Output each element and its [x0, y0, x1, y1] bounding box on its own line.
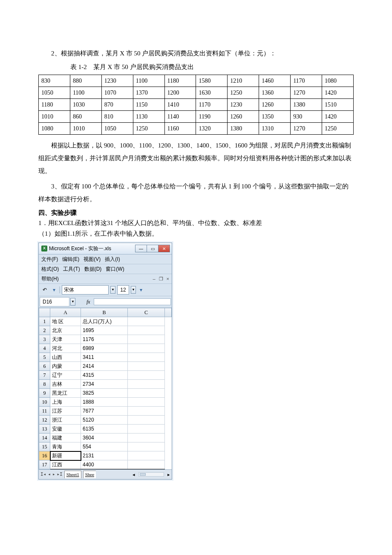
cell[interactable] — [128, 407, 165, 416]
tab-nav-first-icon[interactable]: I◂ — [40, 471, 46, 478]
doc-close-icon[interactable]: × — [167, 275, 169, 283]
cell[interactable]: 1888 — [81, 398, 128, 407]
cell[interactable] — [128, 335, 165, 344]
cell[interactable]: 554 — [81, 442, 128, 451]
cell[interactable] — [128, 416, 165, 425]
cell[interactable]: 2414 — [81, 362, 128, 371]
col-header-a[interactable]: A — [50, 308, 81, 317]
tab-nav-next-icon[interactable]: ▸ — [52, 471, 55, 478]
cell[interactable] — [128, 425, 165, 434]
row-header[interactable]: 9 — [39, 389, 50, 398]
cell[interactable] — [128, 371, 165, 380]
row-header[interactable]: 3 — [39, 335, 50, 344]
row-header[interactable]: 16 — [39, 451, 50, 460]
font-size-dropdown-icon[interactable]: ▼ — [131, 286, 136, 294]
cell[interactable]: 天津 — [50, 335, 81, 344]
cell[interactable]: 吉林 — [50, 380, 81, 389]
row-header[interactable]: 17 — [39, 460, 50, 469]
cell[interactable]: 新疆 — [50, 451, 81, 460]
cell[interactable]: 青海 — [50, 442, 81, 451]
vertical-scrollbar[interactable] — [165, 308, 172, 317]
cell[interactable]: 山西 — [50, 353, 81, 362]
cell[interactable] — [128, 344, 165, 353]
font-size-select[interactable]: 12 — [117, 285, 129, 295]
formula-bar[interactable] — [94, 298, 171, 305]
maximize-button[interactable]: ▭ — [147, 245, 159, 252]
sheet-tab-1[interactable]: Sheet1 — [64, 471, 81, 478]
cell[interactable]: 2734 — [81, 380, 128, 389]
cell[interactable]: 6135 — [81, 425, 128, 434]
row-header[interactable]: 10 — [39, 398, 50, 407]
cell[interactable]: 7677 — [81, 407, 128, 416]
cell[interactable]: 江西 — [50, 460, 81, 469]
cell[interactable] — [128, 434, 165, 442]
menu-insert[interactable]: 插入(I) — [105, 255, 120, 263]
row-header[interactable]: 8 — [39, 380, 50, 389]
name-box[interactable]: D16 — [40, 297, 69, 306]
cell[interactable]: 辽宁 — [50, 371, 81, 380]
tab-nav-last-icon[interactable]: ▸I — [57, 471, 63, 478]
menu-tools[interactable]: 工具(T) — [63, 265, 80, 273]
row-header[interactable]: 1 — [39, 317, 50, 326]
cell[interactable] — [128, 442, 165, 451]
cell[interactable] — [128, 389, 165, 398]
fx-label[interactable]: fx — [75, 298, 93, 306]
cell[interactable]: 河北 — [50, 344, 81, 353]
cell[interactable]: 4400 — [81, 460, 128, 469]
menu-format[interactable]: 格式(O) — [41, 265, 59, 273]
cell[interactable]: 3411 — [81, 353, 128, 362]
cell[interactable] — [128, 353, 165, 362]
doc-minimize-icon[interactable]: – — [153, 275, 155, 283]
cell[interactable]: 江苏 — [50, 407, 81, 416]
toolbar-options-icon[interactable]: ▾ — [51, 285, 58, 295]
cell[interactable]: 2131 — [81, 451, 128, 460]
sheet-tab-2[interactable]: Shee — [83, 471, 96, 478]
menu-window[interactable]: 窗口(W) — [106, 265, 124, 273]
worksheet-grid[interactable]: A B C 1地 区总人口(万人)2北京16953天津11764河北69895山… — [39, 308, 172, 469]
menu-help[interactable]: 帮助(H) — [41, 275, 153, 283]
menu-view[interactable]: 视图(V) — [84, 255, 101, 263]
cell[interactable]: 总人口(万人) — [81, 317, 128, 326]
minimize-button[interactable]: — — [135, 245, 147, 252]
cell[interactable] — [128, 451, 165, 460]
cell[interactable] — [128, 460, 165, 469]
row-header[interactable]: 11 — [39, 407, 50, 416]
cell[interactable]: 地 区 — [50, 317, 81, 326]
cell[interactable]: 浙江 — [50, 416, 81, 425]
row-header[interactable]: 14 — [39, 434, 50, 442]
cell[interactable]: 黑龙江 — [50, 389, 81, 398]
cell[interactable]: 北京 — [50, 326, 81, 335]
cell[interactable] — [128, 362, 165, 371]
hscroll-left-icon[interactable]: ◂ — [133, 471, 135, 478]
col-header-c[interactable]: C — [128, 308, 165, 317]
row-header[interactable]: 12 — [39, 416, 50, 425]
cell[interactable]: 上海 — [50, 398, 81, 407]
row-header[interactable]: 7 — [39, 371, 50, 380]
row-header[interactable]: 6 — [39, 362, 50, 371]
cell[interactable]: 安徽 — [50, 425, 81, 434]
cell[interactable]: 3604 — [81, 434, 128, 442]
font-name-select[interactable]: 宋体 — [62, 285, 109, 295]
row-header[interactable]: 5 — [39, 353, 50, 362]
col-header-b[interactable]: B — [81, 308, 128, 317]
toolbar-more-icon[interactable]: ▾ — [138, 285, 144, 295]
font-name-dropdown-icon[interactable]: ▼ — [110, 286, 115, 294]
cell[interactable]: 1176 — [81, 335, 128, 344]
tab-nav-prev-icon[interactable]: ◂ — [48, 471, 51, 478]
undo-icon[interactable]: ↶ — [40, 285, 49, 295]
cell[interactable] — [128, 326, 165, 335]
cell[interactable]: 6989 — [81, 344, 128, 353]
select-all-corner[interactable] — [39, 308, 50, 317]
cell[interactable]: 5120 — [81, 416, 128, 425]
doc-restore-icon[interactable]: ❐ — [159, 275, 163, 283]
menu-file[interactable]: 文件(F) — [41, 255, 58, 263]
name-box-dropdown-icon[interactable]: ▼ — [70, 298, 75, 306]
row-header[interactable]: 4 — [39, 344, 50, 353]
cell[interactable]: 内蒙 — [50, 362, 81, 371]
close-button[interactable]: ✕ — [158, 245, 170, 252]
cell[interactable]: 3825 — [81, 389, 128, 398]
row-header[interactable]: 2 — [39, 326, 50, 335]
hscroll-right-icon[interactable]: ▸ — [167, 471, 170, 478]
cell[interactable] — [128, 317, 165, 326]
cell[interactable] — [128, 398, 165, 407]
